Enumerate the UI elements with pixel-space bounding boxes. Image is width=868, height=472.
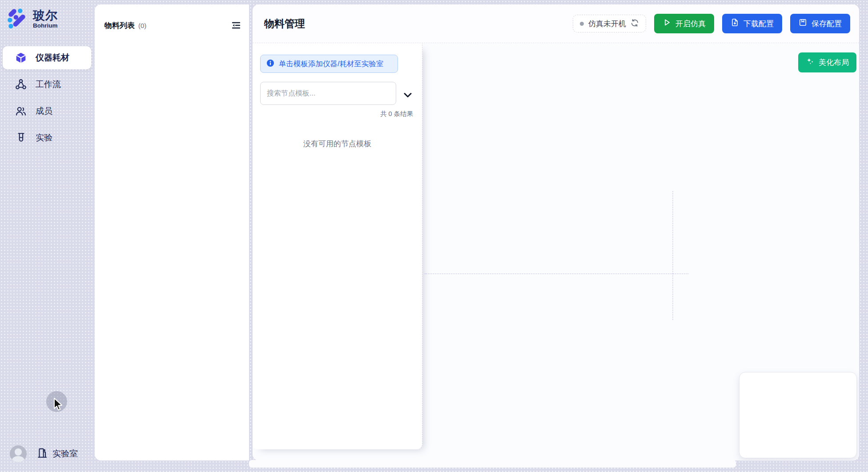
play-icon	[663, 18, 671, 29]
save-config-label: 保存配置	[812, 19, 842, 29]
sidebar-item-label: 仪器耗材	[36, 52, 69, 64]
collapse-panel-icon[interactable]	[230, 20, 242, 31]
info-icon	[266, 59, 274, 69]
brand-subtitle: Bohrium	[33, 23, 58, 29]
start-simulation-label: 开启仿真	[675, 19, 706, 29]
minimap[interactable]	[739, 372, 857, 458]
brand-name: 玻尔	[33, 9, 58, 22]
chevron-down-icon[interactable]	[401, 90, 414, 100]
template-panel: 单击模板添加仪器/耗材至实验室 共 0 条结果 没有可用的节点模板	[253, 43, 422, 449]
sidebar-item-experiment[interactable]: 实验	[3, 126, 91, 149]
lab-switcher[interactable]: 实验室	[36, 447, 78, 460]
bohrium-logo-icon	[6, 7, 28, 31]
sidebar-item-instruments[interactable]: 仪器耗材	[3, 46, 91, 69]
sidebar-item-workflow[interactable]: 工作流	[3, 73, 91, 96]
download-config-button[interactable]: 下载配置	[722, 14, 782, 33]
main-header: 物料管理 仿真未开机 开启仿真	[253, 4, 859, 43]
sidebar-nav: 仪器耗材 工作流 成员	[3, 46, 91, 149]
sidebar-footer: 实验室	[10, 445, 78, 462]
material-list-panel: 物料列表 (0)	[95, 4, 249, 460]
user-avatar[interactable]	[10, 445, 27, 462]
template-hint-text: 单击模板添加仪器/耗材至实验室	[279, 59, 384, 69]
search-input[interactable]	[260, 82, 396, 105]
sidebar-item-members[interactable]: 成员	[3, 100, 91, 123]
lab-label: 实验室	[52, 448, 78, 460]
members-icon	[15, 105, 27, 117]
sparkles-icon	[806, 57, 815, 68]
workflow-icon	[15, 79, 27, 90]
material-list-title: 物料列表	[104, 20, 135, 31]
start-simulation-button[interactable]: 开启仿真	[654, 14, 714, 33]
sidebar-item-label: 工作流	[36, 79, 61, 90]
layout-canvas[interactable]: 单击模板添加仪器/耗材至实验室 共 0 条结果 没有可用的节点模板 美化布局	[253, 43, 859, 460]
app-root: { "brand": { "name": "玻尔", "subtitle": "…	[0, 0, 868, 472]
empty-templates-text: 没有可用的节点模板	[253, 139, 422, 149]
beautify-layout-button[interactable]: 美化布局	[798, 52, 856, 72]
building-icon	[36, 447, 48, 460]
result-count: 共 0 条结果	[380, 110, 413, 118]
mouse-cursor	[53, 398, 65, 414]
alignment-guide-vertical	[672, 191, 673, 320]
simulation-status-text: 仿真未开机	[588, 19, 626, 29]
material-management-sheet: 物料管理 仿真未开机 开启仿真	[253, 4, 859, 460]
simulation-status-chip[interactable]: 仿真未开机	[573, 15, 646, 32]
refresh-icon[interactable]	[631, 19, 639, 29]
save-config-button[interactable]: 保存配置	[790, 14, 850, 33]
sidebar-item-label: 成员	[36, 105, 52, 117]
download-config-label: 下载配置	[743, 19, 774, 29]
beautify-layout-label: 美化布局	[819, 57, 849, 68]
page-title: 物料管理	[264, 17, 305, 31]
sidebar-item-label: 实验	[36, 132, 52, 144]
file-download-icon	[731, 18, 739, 29]
status-dot-icon	[580, 22, 584, 26]
cube-icon	[15, 52, 27, 64]
bottom-scroll-strip[interactable]	[249, 460, 736, 468]
alignment-guide-horizontal	[425, 273, 688, 274]
material-list-header: 物料列表 (0)	[104, 20, 242, 31]
template-hint-banner: 单击模板添加仪器/耗材至实验室	[260, 55, 398, 73]
experiment-icon	[15, 132, 27, 144]
brand-logo[interactable]: 玻尔 Bohrium	[0, 0, 95, 31]
save-icon	[799, 18, 807, 29]
header-actions: 仿真未开机 开启仿真	[573, 14, 850, 33]
material-list-count: (0)	[138, 22, 146, 29]
